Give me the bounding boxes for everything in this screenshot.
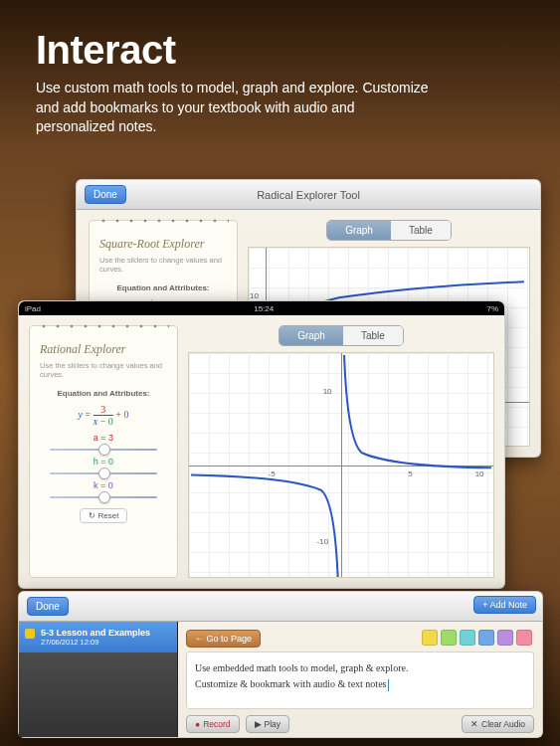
record-button[interactable]: ●Record xyxy=(186,715,240,733)
swatch-pink[interactable] xyxy=(516,630,532,646)
rational-curve xyxy=(189,353,493,578)
slider-k[interactable] xyxy=(50,496,157,498)
note-date: 27/06/2012 12:09 xyxy=(41,638,171,647)
attr-h: h = 0 xyxy=(40,457,167,466)
add-note-button[interactable]: + Add Note xyxy=(473,596,536,614)
notepad-sub: Use the sliders to change values and cur… xyxy=(40,361,167,379)
status-time: 15:24 xyxy=(41,304,486,313)
note-title: 5-3 Lesson and Examples xyxy=(41,628,171,638)
notepad-title: Square-Root Explorer xyxy=(99,237,227,252)
play-icon: ▶ xyxy=(255,719,262,729)
ios-statusbar: iPad 15:24 7% xyxy=(19,301,504,315)
note-line1: Use embedded math tools to model, graph … xyxy=(195,660,525,676)
tab-graph[interactable]: Graph xyxy=(280,326,343,345)
notes-sidebar: 5-3 Lesson and Examples 27/06/2012 12:09 xyxy=(19,622,178,737)
done-button[interactable]: Done xyxy=(85,185,126,204)
text-cursor xyxy=(388,679,389,691)
titlebar: Done + Add Note xyxy=(19,592,542,622)
reset-button[interactable]: ↻ Reset xyxy=(80,508,128,523)
play-button[interactable]: ▶Play xyxy=(246,715,290,733)
swatch-blue[interactable] xyxy=(478,630,494,646)
rational-explorer-panel: iPad 15:24 7% Rational Explorer Use the … xyxy=(18,300,505,589)
notepad-sub: Use the sliders to change values and cur… xyxy=(99,256,227,274)
segmented-control[interactable]: Graph Table xyxy=(326,220,452,241)
segmented-control[interactable]: Graph Table xyxy=(279,325,404,346)
window-title: Radical Explorer Tool xyxy=(77,189,540,201)
swatch-teal[interactable] xyxy=(460,630,475,646)
note-textarea[interactable]: Use embedded math tools to model, graph … xyxy=(186,652,534,709)
done-button[interactable]: Done xyxy=(27,597,69,616)
promo-header: Interact Use custom math tools to model,… xyxy=(0,0,560,155)
titlebar: Done Radical Explorer Tool xyxy=(77,180,540,210)
swatch-purple[interactable] xyxy=(497,630,513,646)
clear-audio-button[interactable]: ✕Clear Audio xyxy=(462,715,534,733)
go-to-page-button[interactable]: ← Go to Page xyxy=(186,630,261,648)
swatch-green[interactable] xyxy=(441,630,457,646)
tab-graph[interactable]: Graph xyxy=(327,221,391,240)
slider-h[interactable] xyxy=(50,472,157,474)
note-line2: Customize & bookmark with audio & text n… xyxy=(195,678,386,689)
page-subtitle: Use custom math tools to model, graph an… xyxy=(36,79,434,137)
equation-label: Equation and Attributes: xyxy=(40,389,167,398)
page-title: Interact xyxy=(36,28,524,73)
notes-panel: Done + Add Note 5-3 Lesson and Examples … xyxy=(18,591,543,738)
rational-notepad: Rational Explorer Use the sliders to cha… xyxy=(29,325,178,578)
note-list-item[interactable]: 5-3 Lesson and Examples 27/06/2012 12:09 xyxy=(19,622,177,653)
rational-plot[interactable]: -5 5 10 10 -10 xyxy=(188,352,494,578)
equation-label: Equation and Attributes: xyxy=(99,283,227,292)
swatch-yellow[interactable] xyxy=(422,630,438,646)
record-icon: ● xyxy=(195,719,200,729)
clear-icon: ✕ xyxy=(470,719,478,729)
equation: y = 3 x − 0 + 0 xyxy=(40,404,167,427)
notes-main: ← Go to Page Use embedded math tools to … xyxy=(178,622,542,737)
tab-table[interactable]: Table xyxy=(343,326,403,345)
notepad-title: Rational Explorer xyxy=(40,342,167,357)
status-device: iPad xyxy=(25,304,41,313)
tab-table[interactable]: Table xyxy=(391,221,451,240)
slider-a[interactable] xyxy=(50,449,157,451)
attr-k: k = 0 xyxy=(40,480,167,490)
attr-a: a = 3 xyxy=(40,433,167,443)
status-battery: 7% xyxy=(486,304,498,313)
color-swatches xyxy=(422,630,532,646)
